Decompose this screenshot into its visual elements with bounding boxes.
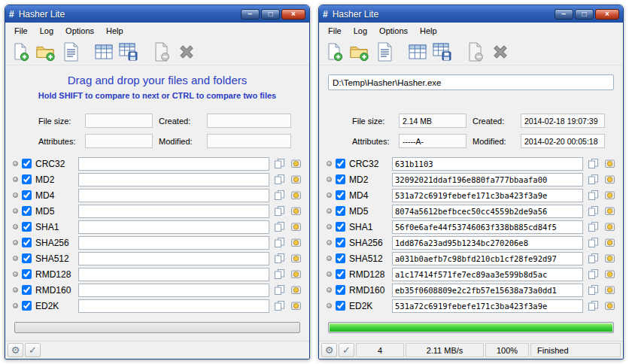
copy-hash-button[interactable] [587,284,600,296]
search-hash-online-button[interactable] [603,189,616,202]
search-hash-online-button[interactable] [290,284,302,296]
menu-options[interactable]: Options [59,24,100,38]
hash-value-input[interactable] [392,220,583,234]
file-path-input[interactable] [328,74,614,90]
search-hash-online-button[interactable] [290,157,302,170]
titlebar[interactable]: # Hasher Lite − □ × [319,5,623,23]
add-file-button[interactable] [323,40,345,64]
search-hash-online-button[interactable] [290,252,302,265]
search-hash-online-button[interactable] [290,173,302,186]
search-hash-online-button[interactable] [290,299,302,312]
hash-checkbox[interactable] [336,190,345,200]
hash-value-input[interactable] [78,220,269,234]
search-hash-online-button[interactable] [603,268,616,281]
hash-checkbox[interactable] [336,269,345,279]
copy-hash-button[interactable] [273,205,286,217]
hash-value-input[interactable] [392,157,583,171]
menu-log[interactable]: Log [34,24,59,38]
table-save-button[interactable] [431,40,454,64]
hash-checkbox[interactable] [22,159,32,168]
hash-checkbox[interactable] [336,206,345,216]
hash-value-input[interactable] [392,205,583,218]
hash-value-input[interactable] [78,157,269,171]
search-hash-online-button[interactable] [603,173,616,186]
hash-checkbox[interactable] [336,253,345,263]
copy-hash-button[interactable] [273,268,286,281]
copy-hash-button[interactable] [273,236,286,249]
search-hash-online-button[interactable] [290,189,302,202]
verify-button[interactable]: ✓ [339,343,354,357]
hash-value-input[interactable] [78,268,269,281]
copy-hash-button[interactable] [273,189,286,202]
table-save-button[interactable] [117,40,140,64]
search-hash-online-button[interactable] [603,284,616,296]
hash-checkbox[interactable] [336,285,345,295]
hash-checkbox[interactable] [336,238,345,247]
copy-hash-button[interactable] [273,173,286,186]
hash-checkbox[interactable] [22,222,32,232]
add-file-button[interactable] [9,40,32,64]
hash-value-input[interactable] [78,189,269,202]
settings-button[interactable]: ⚙ [321,343,337,357]
menu-help[interactable]: Help [100,24,129,38]
search-hash-online-button[interactable] [290,220,302,233]
maximize-button[interactable]: □ [575,9,594,20]
hash-value-input[interactable] [392,252,583,265]
add-folder-button[interactable] [348,40,371,64]
hash-value-input[interactable] [392,173,583,187]
hash-checkbox[interactable] [22,238,32,247]
copy-hash-button[interactable] [587,173,600,186]
maximize-button[interactable]: □ [261,9,280,20]
hash-checkbox[interactable] [22,269,32,279]
hash-value-input[interactable] [78,236,269,250]
report-button[interactable] [373,40,396,64]
menu-file[interactable]: File [322,24,348,38]
hash-checkbox[interactable] [22,253,32,263]
hash-checkbox[interactable] [22,285,32,295]
titlebar[interactable]: # Hasher Lite − □ × [5,5,309,23]
search-hash-online-button[interactable] [290,236,302,249]
settings-button[interactable]: ⚙ [8,343,23,357]
search-hash-online-button[interactable] [603,205,616,217]
copy-hash-button[interactable] [273,157,286,170]
hash-value-input[interactable] [392,284,583,297]
hash-value-input[interactable] [78,252,269,265]
hash-value-input[interactable] [78,299,269,313]
table-button[interactable] [93,40,115,64]
search-hash-online-button[interactable] [603,220,616,233]
copy-hash-button[interactable] [587,299,600,312]
hash-checkbox[interactable] [22,174,32,184]
search-hash-online-button[interactable] [603,236,616,249]
hash-checkbox[interactable] [336,159,345,168]
search-hash-online-button[interactable] [290,268,302,281]
menu-log[interactable]: Log [348,24,373,38]
copy-hash-button[interactable] [273,299,286,312]
hash-checkbox[interactable] [336,222,345,232]
drop-area[interactable]: Drag and drop your files and folders Hol… [5,65,309,108]
remove-file-button[interactable] [150,40,173,64]
table-button[interactable] [406,40,429,64]
verify-button[interactable]: ✓ [25,343,41,357]
hash-value-input[interactable] [392,299,583,313]
hash-checkbox[interactable] [22,301,32,311]
menu-file[interactable]: File [8,24,34,38]
add-folder-button[interactable] [34,40,57,64]
search-hash-online-button[interactable] [603,252,616,265]
hash-value-input[interactable] [78,173,269,187]
copy-hash-button[interactable] [273,220,286,233]
hash-value-input[interactable] [392,268,583,281]
copy-hash-button[interactable] [587,157,600,170]
hash-value-input[interactable] [392,189,583,202]
copy-hash-button[interactable] [587,236,600,249]
search-hash-online-button[interactable] [290,205,302,217]
hash-value-input[interactable] [78,205,269,218]
menu-options[interactable]: Options [373,24,414,38]
hash-value-input[interactable] [392,236,583,250]
search-hash-online-button[interactable] [603,157,616,170]
close-button[interactable]: × [281,9,305,20]
remove-file-button[interactable] [464,40,487,64]
hash-checkbox[interactable] [336,174,345,184]
minimize-button[interactable]: − [555,9,573,20]
copy-hash-button[interactable] [273,252,286,265]
hash-checkbox[interactable] [336,301,345,311]
